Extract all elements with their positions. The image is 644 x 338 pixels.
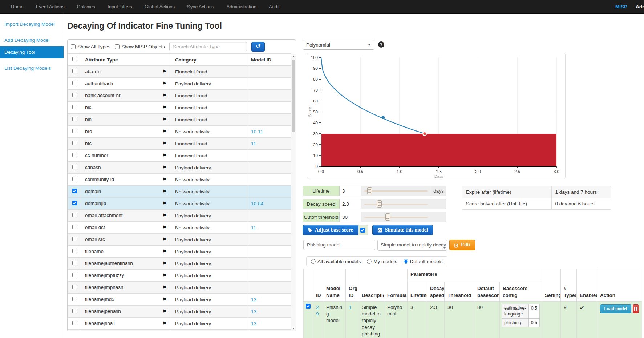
attribute-row[interactable]: ⚑binFinancial fraud (68, 114, 291, 126)
attribute-row[interactable]: ⚑btcFinancial fraud11 (68, 138, 291, 150)
search-attribute-input[interactable] (169, 42, 247, 51)
model-filter-option-all-available-models[interactable]: All available models (311, 259, 361, 264)
attribute-row[interactable]: ⚑broNetwork activity1011 (68, 126, 291, 138)
scrollbar-thumb[interactable] (292, 60, 295, 132)
nav-item-audit[interactable]: Audit (269, 4, 280, 9)
flag-icon[interactable]: ⚑ (162, 213, 167, 218)
flag-icon[interactable]: ⚑ (162, 297, 167, 302)
attribute-row-checkbox[interactable] (72, 297, 77, 301)
navbar-brand[interactable]: MISP (615, 0, 627, 14)
flag-icon[interactable]: ⚑ (162, 165, 167, 170)
model-name-input[interactable] (303, 240, 375, 250)
flag-icon[interactable]: ⚑ (162, 237, 167, 242)
attribute-row[interactable]: ⚑filename|imphashPayload delivery (68, 282, 291, 294)
model-filter-radio[interactable] (311, 259, 316, 264)
flag-icon[interactable]: ⚑ (162, 261, 167, 266)
attribute-row[interactable]: ⚑email-attachmentPayload delivery (68, 210, 291, 222)
model-row[interactable]: 29 Phishing model 1 Simple model to rapi… (304, 302, 642, 338)
control-slider[interactable] (361, 186, 431, 196)
sidebar-item-add-decaying-model[interactable]: Add Decaying Model (0, 34, 64, 46)
attribute-row[interactable]: ⚑bicFinancial fraud (68, 102, 291, 114)
model-id-link[interactable]: 11 (251, 141, 256, 146)
sidebar-item-decaying-tool[interactable]: Decaying Tool (0, 46, 64, 58)
attribute-row-checkbox[interactable] (72, 189, 77, 193)
attribute-row[interactable]: ⚑domain|ipNetwork activity1084 (68, 198, 291, 210)
model-filter-radio[interactable] (367, 259, 372, 264)
attribute-row[interactable]: ⚑filename|pehashPayload delivery13 (68, 306, 291, 318)
attribute-row[interactable]: ⚑filename|sha1Payload delivery13 (68, 318, 291, 330)
attribute-row[interactable]: ⚑community-idNetwork activity (68, 174, 291, 186)
show-all-types-checkbox-label[interactable]: Show All Types (71, 44, 110, 49)
reset-search-button[interactable]: ↺ (251, 42, 265, 52)
nav-item-input-filters[interactable]: Input Filters (108, 4, 132, 9)
flag-icon[interactable]: ⚑ (162, 81, 167, 86)
flag-icon[interactable]: ⚑ (162, 285, 167, 290)
control-slider[interactable] (361, 199, 431, 209)
attribute-row[interactable]: ⚑email-srcPayload delivery (68, 234, 291, 246)
attribute-row[interactable]: ⚑filename|impfuzzyPayload delivery (68, 270, 291, 282)
attribute-row[interactable]: ⚑filename|md5Payload delivery13 (68, 294, 291, 306)
attribute-row-checkbox[interactable] (72, 213, 77, 217)
simulate-model-button[interactable]: Simulate this model (372, 225, 433, 235)
model-filter-option-my-models[interactable]: My models (367, 259, 397, 264)
flag-icon[interactable]: ⚑ (162, 129, 167, 134)
attribute-row-checkbox[interactable] (72, 177, 77, 181)
flag-icon[interactable]: ⚑ (162, 225, 167, 230)
select-all-checkbox[interactable] (72, 57, 77, 61)
nav-item-global-actions[interactable]: Global Actions (145, 4, 175, 9)
model-description-textarea[interactable]: Simple model to rapidly decay ▲▼ (377, 240, 447, 251)
attribute-row[interactable]: ⚑filename|authentihashPayload delivery (68, 258, 291, 270)
model-id-link[interactable]: 13 (251, 297, 256, 302)
attribute-row-checkbox[interactable] (72, 201, 77, 205)
attribute-row[interactable]: ⚑cc-numberFinancial fraud (68, 150, 291, 162)
attribute-row-checkbox[interactable] (72, 309, 77, 313)
attribute-row-checkbox[interactable] (72, 141, 77, 145)
nav-item-administration[interactable]: Administration (227, 4, 256, 9)
flag-icon[interactable]: ⚑ (162, 117, 167, 122)
attribute-row-checkbox[interactable] (72, 261, 77, 265)
nav-item-galaxies[interactable]: Galaxies (77, 4, 95, 9)
sidebar-item-import-decaying-model[interactable]: Import Decaying Model (0, 18, 64, 30)
model-filter-option-default-models[interactable]: Default models (404, 259, 443, 264)
attribute-row-checkbox[interactable] (72, 237, 77, 241)
attribute-row[interactable] (68, 330, 291, 332)
model-filter-radio[interactable] (404, 259, 408, 264)
scrollbar-up-icon[interactable]: ▲ (291, 54, 296, 59)
model-id-link[interactable]: 11 (251, 225, 256, 230)
decay-chart[interactable]: 01020304050607080901000.00.51.01.52.02.5… (307, 53, 566, 179)
model-row-checkbox[interactable] (306, 304, 311, 309)
attribute-row-checkbox[interactable] (72, 129, 77, 133)
attribute-row[interactable]: ⚑domainNetwork activity (68, 186, 291, 198)
attribute-table-scrollbar[interactable]: ▲ ▼ (291, 54, 296, 331)
load-model-button[interactable]: Load model (600, 304, 631, 313)
pause-model-button[interactable] (633, 304, 639, 313)
attribute-row[interactable]: ⚑bank-account-nrFinancial fraud (68, 90, 291, 102)
scrollbar-down-icon[interactable]: ▼ (291, 326, 296, 331)
attribute-row-checkbox[interactable] (72, 249, 77, 253)
attribute-row[interactable]: ⚑email-dstNetwork activity11 (68, 222, 291, 234)
attribute-row-checkbox[interactable] (72, 225, 77, 229)
model-id-link[interactable]: 13 (251, 309, 256, 314)
flag-icon[interactable]: ⚑ (162, 249, 167, 254)
nav-item-event-actions[interactable]: Event Actions (36, 4, 65, 9)
model-id-link[interactable]: 13 (251, 321, 256, 326)
attribute-row-checkbox[interactable] (72, 285, 77, 289)
edit-model-button[interactable]: Edit (449, 240, 475, 250)
attribute-row[interactable]: ⚑cdhashPayload delivery (68, 162, 291, 174)
flag-icon[interactable]: ⚑ (162, 309, 167, 314)
attribute-row[interactable]: ⚑authentihashPayload delivery (68, 78, 291, 90)
model-id-link[interactable]: 10 (251, 201, 256, 206)
control-value-input[interactable] (339, 199, 361, 209)
slider-handle[interactable] (377, 200, 382, 208)
nav-item-home[interactable]: Home (11, 4, 24, 9)
attribute-row-checkbox[interactable] (72, 153, 77, 157)
resize-grip-icon[interactable] (443, 247, 446, 250)
slider-handle[interactable] (367, 187, 372, 194)
attribute-row-checkbox[interactable] (72, 69, 77, 73)
control-value-input[interactable] (339, 212, 361, 222)
show-misp-objects-checkbox[interactable] (115, 44, 120, 49)
flag-icon[interactable]: ⚑ (162, 273, 167, 278)
flag-icon[interactable]: ⚑ (162, 105, 167, 110)
flag-icon[interactable]: ⚑ (162, 93, 167, 98)
spinner-arrows-icon[interactable]: ▲▼ (444, 241, 446, 245)
